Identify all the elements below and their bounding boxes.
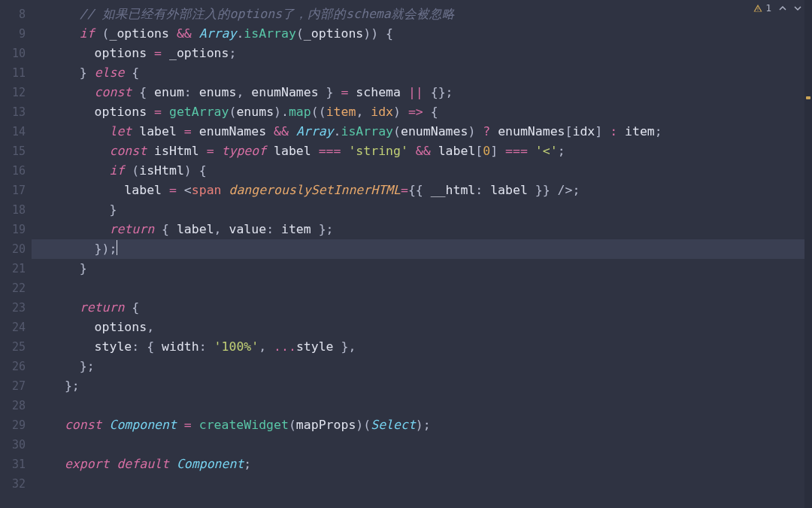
token: enumNames xyxy=(401,124,468,138)
token: ( xyxy=(289,418,296,432)
token: = xyxy=(184,124,192,138)
token: if xyxy=(109,163,124,178)
code-line[interactable] xyxy=(50,435,812,455)
code-line[interactable]: let label = enumNames && Array.isArray(e… xyxy=(50,122,812,141)
next-highlight-button[interactable] xyxy=(794,5,801,12)
token: ) xyxy=(468,124,483,138)
line-number: 10 xyxy=(0,44,32,63)
token: => xyxy=(408,105,423,119)
code-line[interactable]: return { xyxy=(50,298,812,318)
line-number: 8 xyxy=(0,5,32,24)
code-line[interactable]: // 如果已经有外部注入的options了，内部的schema就会被忽略 xyxy=(50,5,812,24)
token: item xyxy=(281,222,311,236)
code-line[interactable] xyxy=(50,474,812,494)
token: . xyxy=(334,124,341,138)
token: isHtml xyxy=(154,144,199,158)
token: enumNames xyxy=(199,124,266,138)
token: isArray xyxy=(341,124,393,138)
token xyxy=(490,124,498,138)
token: enums xyxy=(199,85,237,99)
code-line[interactable]: return { label, value: item }; xyxy=(50,220,812,239)
token: ; xyxy=(558,144,565,158)
token: schema xyxy=(356,85,401,99)
token: ). xyxy=(274,105,289,119)
code-line[interactable]: const Component = createWidget(mapProps)… xyxy=(50,415,812,435)
token: const xyxy=(65,418,102,432)
code-editor[interactable]: 8910111213141516171819202122232425262728… xyxy=(0,0,812,508)
token xyxy=(177,124,184,138)
token: : xyxy=(266,222,281,236)
code-line[interactable]: const isHtml = typeof label === 'string'… xyxy=(50,141,812,161)
token: } xyxy=(319,85,341,99)
token: === xyxy=(319,144,341,158)
token xyxy=(192,124,199,138)
token: {{ xyxy=(408,183,431,197)
token: ; xyxy=(655,124,662,138)
prev-highlight-button[interactable] xyxy=(779,5,786,12)
token: , xyxy=(147,320,154,334)
token xyxy=(214,144,222,158)
code-line[interactable]: options = _options; xyxy=(50,44,812,63)
token: [ xyxy=(475,144,483,158)
token: ( xyxy=(393,124,401,138)
token: idx xyxy=(371,105,393,119)
token: mapProps xyxy=(296,418,356,432)
token: Component xyxy=(177,457,244,471)
code-line[interactable]: if (isHtml) { xyxy=(50,161,812,181)
token: = xyxy=(401,183,408,197)
code-line[interactable]: }); xyxy=(32,239,812,259)
token: '100%' xyxy=(214,339,259,354)
line-number: 30 xyxy=(0,435,32,455)
token: }} />; xyxy=(528,183,580,197)
code-line[interactable]: }; xyxy=(50,357,812,376)
warning-indicator[interactable]: 1 xyxy=(753,3,771,13)
line-number: 15 xyxy=(0,141,32,161)
token xyxy=(266,124,274,138)
annotation-marker[interactable] xyxy=(806,96,810,99)
token: } xyxy=(80,65,95,80)
code-line[interactable]: if (_options && Array.isArray(_options))… xyxy=(50,24,812,44)
token: : xyxy=(610,124,617,138)
token: options xyxy=(95,105,147,119)
token: _options xyxy=(110,26,169,41)
code-line[interactable]: options, xyxy=(50,318,812,337)
token: { xyxy=(124,300,139,315)
token xyxy=(199,144,207,158)
code-line[interactable]: } else { xyxy=(50,63,812,83)
token: _options xyxy=(304,26,363,41)
token xyxy=(192,418,199,432)
token: createWidget xyxy=(199,418,289,432)
code-line[interactable]: export default Component; xyxy=(50,455,812,474)
token: && xyxy=(416,144,431,158)
token xyxy=(192,26,199,41)
code-line[interactable]: label = <span dangerouslySetInnerHTML={{… xyxy=(50,181,812,200)
token: ; xyxy=(244,457,251,471)
token: ; xyxy=(229,46,236,60)
token xyxy=(528,144,535,158)
code-line[interactable]: const { enum: enums, enumNames } = schem… xyxy=(50,83,812,102)
token: [ xyxy=(565,124,573,138)
token: } xyxy=(80,261,87,275)
token: options xyxy=(95,46,147,60)
token xyxy=(162,46,169,60)
token: 'string' xyxy=(348,144,408,158)
code-line[interactable]: style: { width: '100%', ...style }, xyxy=(50,337,812,357)
token: span xyxy=(192,183,222,197)
token: 0 xyxy=(483,144,490,158)
code-line[interactable]: options = getArray(enums).map((item, idx… xyxy=(50,102,812,122)
token xyxy=(341,144,348,158)
line-number-gutter: 8910111213141516171819202122232425262728… xyxy=(0,0,32,508)
code-line[interactable] xyxy=(50,278,812,298)
annotation-scrollbar[interactable] xyxy=(804,0,812,508)
code-area[interactable]: // 如果已经有外部注入的options了，内部的schema就会被忽略 if … xyxy=(32,0,812,508)
token: }); xyxy=(95,242,117,256)
code-line[interactable]: } xyxy=(50,200,812,220)
token xyxy=(222,183,229,197)
code-line[interactable]: } xyxy=(50,259,812,278)
token: ( xyxy=(296,26,304,41)
token: enums xyxy=(236,105,274,119)
code-line[interactable]: }; xyxy=(50,376,812,396)
token: let xyxy=(109,124,132,138)
token: value xyxy=(229,222,266,236)
code-line[interactable] xyxy=(50,396,812,415)
